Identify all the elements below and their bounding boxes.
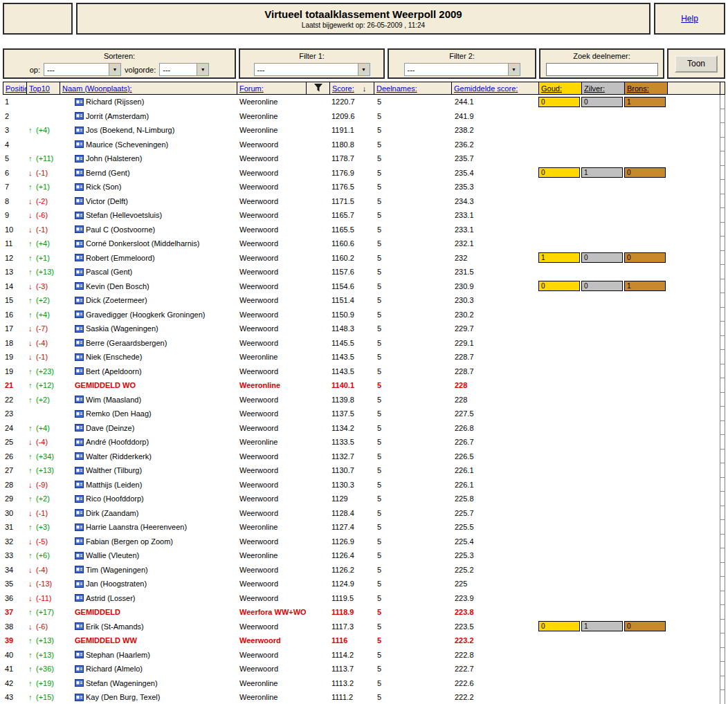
profile-card-icon[interactable] <box>75 126 84 135</box>
profile-card-icon[interactable] <box>75 367 84 376</box>
gold-medal-box: 1 <box>538 252 580 263</box>
movement-arrow-icon: ↓ <box>28 580 35 588</box>
participant-name: Tim (Wageningen) <box>86 566 148 574</box>
profile-card-icon[interactable] <box>75 622 84 631</box>
header-positie[interactable]: Positie: <box>6 84 26 93</box>
header-forum[interactable]: Forum: <box>239 84 264 93</box>
header-brons[interactable]: Brons: <box>627 84 649 93</box>
top10-cell: ↓ (-6) <box>26 208 60 223</box>
profile-card-icon[interactable] <box>75 593 84 602</box>
profile-card-icon[interactable] <box>75 438 84 447</box>
profile-card-icon[interactable] <box>75 225 84 234</box>
profile-card-icon[interactable] <box>75 508 84 517</box>
profile-card-icon[interactable] <box>75 324 84 333</box>
header-filler-cell <box>667 82 720 95</box>
profile-card-icon[interactable] <box>75 466 84 475</box>
profile-card-icon[interactable] <box>75 650 84 659</box>
profile-card-icon[interactable] <box>75 196 84 205</box>
profile-card-icon[interactable] <box>75 409 84 418</box>
profile-card-icon[interactable] <box>75 253 84 262</box>
profile-card-icon[interactable] <box>75 423 84 432</box>
header-score[interactable]: Score: <box>332 84 354 93</box>
profile-card-icon[interactable] <box>75 693 84 702</box>
participant-name: Dirk (Zaandam) <box>86 509 138 517</box>
profile-card-icon[interactable] <box>75 665 84 674</box>
movement-arrow-icon: ↑ <box>28 665 35 673</box>
silver-cell <box>581 364 624 379</box>
header-goud[interactable]: Goud: <box>541 84 562 93</box>
filter1-select[interactable]: --- ▼ <box>254 63 370 76</box>
profile-card-icon[interactable] <box>75 565 84 574</box>
profile-card-icon[interactable] <box>75 296 84 305</box>
deelnames-cell: 5 <box>374 180 451 194</box>
participant-name: Kevin (Den Bosch) <box>86 282 149 290</box>
profile-card-icon[interactable] <box>75 494 84 503</box>
table-row: 25 ↓ (-4) André (Hoofddorp) Weeronline 1… <box>3 435 728 450</box>
profile-card-icon[interactable] <box>75 140 84 149</box>
score-value: 1160.2 <box>331 254 354 262</box>
profile-card-icon[interactable] <box>75 168 84 177</box>
average-cell: 226.7 <box>451 435 538 450</box>
average-cell: 222.8 <box>451 648 538 663</box>
participant-name: Wim (Maasland) <box>86 396 141 404</box>
gold-cell <box>538 463 581 478</box>
profile-card-icon[interactable] <box>75 452 84 461</box>
header-deelnames[interactable]: Deelnames: <box>376 84 417 93</box>
profile-card-icon[interactable] <box>75 338 84 347</box>
sort-panel-label: Sorteren: <box>4 52 235 60</box>
filler-cell <box>667 520 720 535</box>
profile-card-icon[interactable] <box>75 211 84 220</box>
bronze-cell <box>624 577 667 591</box>
deelnames-cell: 5 <box>374 450 451 464</box>
profile-card-icon[interactable] <box>75 678 84 687</box>
profile-card-icon[interactable] <box>75 580 84 589</box>
header-gemiddelde[interactable]: Gemiddelde score: <box>454 84 518 93</box>
search-input[interactable] <box>546 63 658 76</box>
sort-order-select[interactable]: --- ▼ <box>159 63 209 76</box>
profile-card-icon[interactable] <box>75 395 84 404</box>
show-button[interactable]: Toon <box>675 55 718 73</box>
score-cell: 1178.7 <box>329 151 374 166</box>
score-cell: 1130.3 <box>329 478 374 492</box>
position-label: 24 <box>5 424 13 432</box>
header-top10[interactable]: Top10 <box>29 84 50 93</box>
movement-arrow-icon: ↑ <box>28 636 35 645</box>
profile-card-icon[interactable] <box>75 480 84 489</box>
position-cell: 23 <box>3 407 26 421</box>
sort-op-select[interactable]: --- ▼ <box>44 63 121 76</box>
profile-card-icon[interactable] <box>75 310 84 319</box>
movement-label: (+4) <box>36 126 50 134</box>
average-value: 227.5 <box>455 409 474 418</box>
deelnames-cell: 5 <box>374 308 451 322</box>
profile-card-icon[interactable] <box>75 239 84 248</box>
gold-medal-box: 0 <box>538 97 580 107</box>
score-value: 1171.5 <box>331 197 354 205</box>
header-zilver[interactable]: Zilver: <box>584 84 605 93</box>
profile-card-icon[interactable] <box>75 523 84 532</box>
movement-arrow-icon: ↓ <box>28 169 35 177</box>
table-header-row: Positie: Top10 Naam (Woonplaats): Forum:… <box>3 82 728 95</box>
filter-funnel-icon[interactable] <box>313 84 323 93</box>
top10-cell: ↑ (+17) <box>26 605 60 620</box>
forum-name: Weerwoord <box>239 169 278 177</box>
profile-card-icon[interactable] <box>75 98 84 106</box>
profile-card-icon[interactable] <box>75 154 84 163</box>
row-edge-cell <box>720 676 725 691</box>
profile-card-icon[interactable] <box>75 111 84 120</box>
score-cell: 1128.4 <box>329 506 374 521</box>
name-cell: Dirk (Zaandam) <box>60 506 237 521</box>
row-edge-cell <box>720 151 725 166</box>
profile-card-icon[interactable] <box>75 537 84 546</box>
forum-name: Weerwoord <box>239 197 278 205</box>
profile-card-icon[interactable] <box>75 281 84 290</box>
header-naam[interactable]: Naam (Woonplaats): <box>62 84 132 93</box>
filter2-select[interactable]: --- ▼ <box>404 63 520 76</box>
help-link[interactable]: Help <box>681 14 698 24</box>
movement-arrow-icon: ↑ <box>28 452 35 461</box>
forum-cell: Weerwoord <box>237 166 306 180</box>
profile-card-icon[interactable] <box>75 268 84 277</box>
average-cell: 228 <box>451 378 538 393</box>
profile-card-icon[interactable] <box>75 183 84 192</box>
profile-card-icon[interactable] <box>75 353 84 362</box>
profile-card-icon[interactable] <box>75 551 84 560</box>
